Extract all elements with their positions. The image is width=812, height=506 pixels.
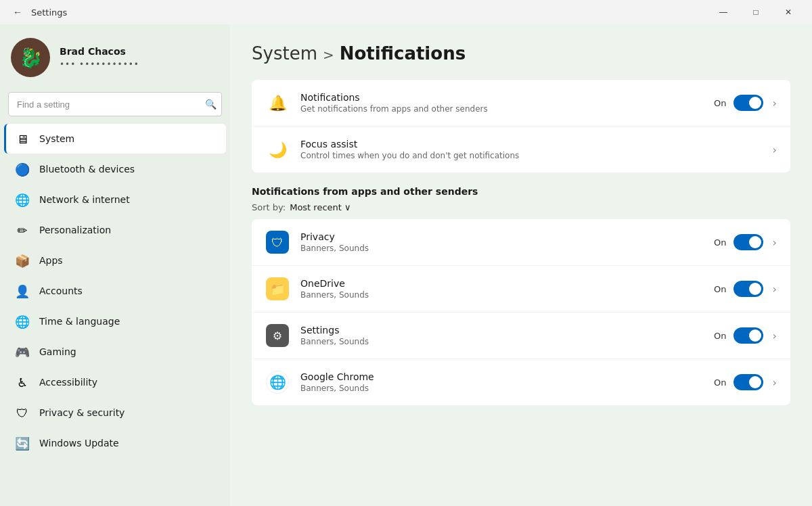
- app-on-label-privacy-app: On: [714, 237, 726, 248]
- sidebar: 🐉 Brad Chacos ••• ••••••••••• 🔍 🖥 System…: [0, 24, 230, 506]
- setting-control-notifications: On ›: [714, 95, 777, 111]
- setting-icon-privacy-app: 🛡: [265, 230, 290, 254]
- app-desc-settings-app: Banners, Sounds: [300, 337, 703, 346]
- nav-icon-windows-update: 🔄: [15, 436, 30, 451]
- setting-control-focus-assist: ›: [770, 143, 777, 156]
- nav-icon-privacy: 🛡: [15, 405, 30, 420]
- app-on-label-onedrive: On: [714, 284, 726, 294]
- nav-label-personalization: Personalization: [39, 225, 111, 235]
- chevron-icon-notifications: ›: [773, 97, 777, 110]
- sidebar-item-privacy[interactable]: 🛡 Privacy & security: [4, 398, 226, 428]
- nav-icon-bluetooth: 🔵: [15, 162, 30, 177]
- breadcrumb-system: System: [252, 43, 317, 64]
- app-icon-privacy-app: 🛡: [266, 231, 289, 254]
- nav-icon-gaming: 🎮: [15, 344, 30, 359]
- app-toggle-privacy-app[interactable]: [734, 234, 763, 250]
- app-control-chrome: On ›: [714, 374, 777, 390]
- page-title: Notifications: [340, 43, 466, 64]
- sidebar-item-time[interactable]: 🌐 Time & language: [4, 306, 226, 336]
- app-name-privacy-app: Privacy: [300, 231, 703, 242]
- toggle-notifications[interactable]: [734, 95, 763, 111]
- app-icon-settings-app: ⚙: [266, 324, 289, 347]
- minimize-button[interactable]: —: [708, 1, 739, 23]
- app-name-settings-app: Settings: [300, 325, 703, 336]
- app-notifications-card: 🛡 Privacy Banners, Sounds On › 📁 OneDriv…: [252, 219, 790, 405]
- top-settings-card: 🔔 Notifications Get notifications from a…: [252, 80, 790, 172]
- app-on-label-chrome: On: [714, 377, 726, 388]
- app-on-label-settings-app: On: [714, 331, 726, 341]
- back-icon: ←: [13, 7, 22, 18]
- nav-icon-accessibility: ♿: [15, 375, 30, 390]
- app-toggle-settings-app[interactable]: [734, 327, 763, 344]
- app-body: 🐉 Brad Chacos ••• ••••••••••• 🔍 🖥 System…: [0, 24, 812, 506]
- sidebar-item-apps[interactable]: 📦 Apps: [4, 246, 226, 275]
- close-button[interactable]: ✕: [773, 1, 804, 23]
- app-row-settings-app[interactable]: ⚙ Settings Banners, Sounds On ›: [252, 313, 790, 359]
- nav-icon-accounts: 👤: [15, 283, 30, 298]
- app-icon-onedrive: 📁: [266, 277, 289, 300]
- sidebar-item-personalization[interactable]: ✏ Personalization: [4, 215, 226, 245]
- app-row-chrome[interactable]: 🌐 Google Chrome Banners, Sounds On ›: [252, 359, 790, 405]
- sort-row: Sort by: Most recent ∨: [252, 202, 790, 212]
- chevron-icon-focus-assist: ›: [773, 143, 777, 156]
- nav-label-time: Time & language: [39, 316, 120, 327]
- avatar: 🐉: [11, 38, 50, 77]
- app-control-settings-app: On ›: [714, 327, 777, 344]
- setting-row-focus-assist[interactable]: 🌙 Focus assist Control times when you do…: [252, 127, 790, 172]
- app-desc-chrome: Banners, Sounds: [300, 384, 703, 393]
- app-control-privacy-app: On ›: [714, 234, 777, 250]
- sort-value-text: Most recent: [290, 202, 342, 212]
- main-content: System > Notifications 🔔 Notifications G…: [230, 24, 812, 506]
- search-container: 🔍: [8, 92, 222, 116]
- profile-name: Brad Chacos: [60, 46, 139, 57]
- sort-value-button[interactable]: Most recent ∨: [290, 202, 351, 212]
- nav-label-windows-update: Windows Update: [39, 438, 119, 448]
- app-toggle-onedrive[interactable]: [734, 281, 763, 297]
- profile-section[interactable]: 🐉 Brad Chacos ••• •••••••••••: [0, 24, 230, 88]
- sidebar-item-bluetooth[interactable]: 🔵 Bluetooth & devices: [4, 154, 226, 184]
- sidebar-item-accessibility[interactable]: ♿ Accessibility: [4, 367, 226, 397]
- sidebar-item-windows-update[interactable]: 🔄 Windows Update: [4, 428, 226, 458]
- app-desc-privacy-app: Banners, Sounds: [300, 244, 703, 253]
- sort-label: Sort by:: [252, 202, 286, 212]
- setting-icon-onedrive: 📁: [265, 277, 290, 301]
- nav-icon-personalization: ✏: [15, 223, 30, 237]
- on-label-notifications: On: [714, 98, 726, 108]
- sort-chevron-icon: ∨: [344, 202, 351, 212]
- nav-label-apps: Apps: [39, 255, 63, 266]
- titlebar: ← Settings — □ ✕: [0, 0, 812, 24]
- nav-icon-system: 🖥: [15, 131, 30, 146]
- sidebar-item-system[interactable]: 🖥 System: [4, 124, 226, 154]
- setting-icon-focus-assist: 🌙: [265, 137, 290, 162]
- setting-row-notifications[interactable]: 🔔 Notifications Get notifications from a…: [252, 80, 790, 127]
- setting-desc-focus-assist: Control times when you do and don't get …: [300, 151, 759, 160]
- nav-label-network: Network & internet: [39, 194, 130, 205]
- nav-label-accessibility: Accessibility: [39, 377, 97, 388]
- app-desc-onedrive: Banners, Sounds: [300, 290, 703, 300]
- sidebar-item-network[interactable]: 🌐 Network & internet: [4, 185, 226, 214]
- app-row-privacy-app[interactable]: 🛡 Privacy Banners, Sounds On ›: [252, 219, 790, 266]
- titlebar-title: Settings: [31, 7, 708, 18]
- back-button[interactable]: ←: [8, 3, 27, 22]
- setting-name-focus-assist: Focus assist: [300, 139, 759, 150]
- app-toggle-chrome[interactable]: [734, 374, 763, 390]
- sidebar-item-accounts[interactable]: 👤 Accounts: [4, 276, 226, 306]
- apps-section-label: Notifications from apps and other sender…: [252, 186, 790, 197]
- page-header: System > Notifications: [252, 43, 790, 64]
- nav-icon-apps: 📦: [15, 253, 30, 268]
- nav-icon-network: 🌐: [15, 192, 30, 207]
- setting-icon-chrome: 🌐: [265, 370, 290, 394]
- sidebar-nav: 🖥 System 🔵 Bluetooth & devices 🌐 Network…: [0, 123, 230, 459]
- app-name-onedrive: OneDrive: [300, 278, 703, 289]
- setting-desc-notifications: Get notifications from apps and other se…: [300, 104, 703, 114]
- search-icon-button[interactable]: 🔍: [205, 99, 217, 110]
- setting-icon-settings-app: ⚙: [265, 323, 290, 348]
- nav-label-system: System: [39, 133, 74, 144]
- app-chevron-chrome: ›: [773, 376, 777, 389]
- maximize-button[interactable]: □: [740, 1, 771, 23]
- search-input[interactable]: [8, 92, 222, 116]
- app-chevron-onedrive: ›: [773, 283, 777, 296]
- sidebar-item-gaming[interactable]: 🎮 Gaming: [4, 337, 226, 367]
- profile-email: ••• •••••••••••: [60, 60, 139, 69]
- app-row-onedrive[interactable]: 📁 OneDrive Banners, Sounds On ›: [252, 266, 790, 313]
